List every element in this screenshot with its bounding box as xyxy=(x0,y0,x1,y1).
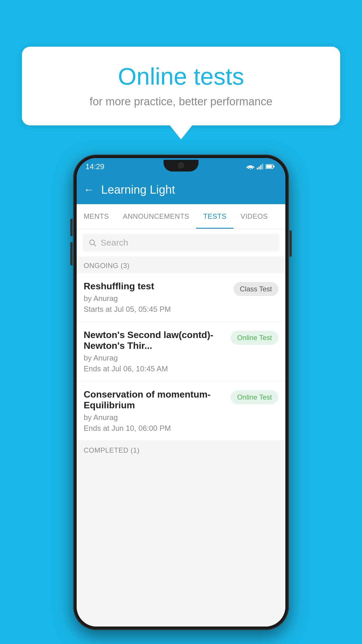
search-icon xyxy=(88,239,96,247)
test-info-3: Conservation of momentum-Equilibrium by … xyxy=(84,389,225,433)
test-card-2[interactable]: Newton's Second law(contd)-Newton's Thir… xyxy=(77,322,285,381)
test-author-2: by Anurag xyxy=(84,354,225,363)
tabs-bar: MENTS ANNOUNCEMENTS TESTS VIDEOS xyxy=(77,204,285,229)
svg-point-0 xyxy=(250,169,251,170)
test-author-3: by Anurag xyxy=(84,413,225,422)
test-time-2: Ends at Jul 06, 10:45 AM xyxy=(84,364,225,373)
test-badge-1: Class Test xyxy=(233,282,278,296)
test-card-1[interactable]: Reshuffling test by Anurag Starts at Jul… xyxy=(77,273,285,321)
phone-power xyxy=(289,230,292,257)
tab-tests[interactable]: TESTS xyxy=(196,204,233,229)
tab-announcements[interactable]: ANNOUNCEMENTS xyxy=(116,204,196,229)
svg-rect-7 xyxy=(273,166,275,167)
svg-line-9 xyxy=(94,244,96,246)
tab-videos[interactable]: VIDEOS xyxy=(233,204,275,229)
svg-rect-1 xyxy=(257,168,258,169)
test-badge-3: Online Test xyxy=(231,390,278,404)
test-time-1: Starts at Jul 05, 05:45 PM xyxy=(84,305,228,314)
phone-container: 14:29 xyxy=(73,155,289,630)
app-bar: ← Learning Light xyxy=(77,175,285,204)
test-badge-2: Online Test xyxy=(231,331,278,345)
phone-screen: 14:29 xyxy=(77,158,285,626)
svg-rect-4 xyxy=(262,164,263,169)
completed-section-header: COMPLETED (1) xyxy=(77,441,285,458)
test-name-2: Newton's Second law(contd)-Newton's Thir… xyxy=(84,330,225,351)
test-info-1: Reshuffling test by Anurag Starts at Jul… xyxy=(84,281,228,314)
ongoing-section-header: ONGOING (3) xyxy=(77,256,285,273)
tab-ments[interactable]: MENTS xyxy=(77,204,116,229)
back-button[interactable]: ← xyxy=(84,183,94,196)
svg-rect-6 xyxy=(266,165,272,168)
bubble-subtitle: for more practice, better performance xyxy=(39,95,323,108)
search-input-container[interactable]: Search xyxy=(82,234,280,252)
wifi-icon xyxy=(246,164,254,169)
search-bar: Search xyxy=(77,229,285,256)
battery-icon xyxy=(266,164,275,169)
test-author-1: by Anurag xyxy=(84,294,228,303)
status-time: 14:29 xyxy=(85,162,104,171)
speech-bubble: Online tests for more practice, better p… xyxy=(22,47,340,125)
signal-icon xyxy=(257,164,263,169)
content-area: Search ONGOING (3) Reshuffling test by A… xyxy=(77,229,285,626)
svg-rect-3 xyxy=(260,165,261,169)
svg-rect-2 xyxy=(259,167,260,169)
test-time-3: Ends at Jun 10, 06:00 PM xyxy=(84,424,225,433)
test-name-1: Reshuffling test xyxy=(84,281,228,292)
test-info-2: Newton's Second law(contd)-Newton's Thir… xyxy=(84,330,225,373)
status-icons xyxy=(246,164,275,169)
phone-vol-up xyxy=(70,219,73,236)
search-placeholder[interactable]: Search xyxy=(101,238,128,248)
app-title: Learning Light xyxy=(101,183,175,196)
bubble-title: Online tests xyxy=(39,63,323,90)
test-name-3: Conservation of momentum-Equilibrium xyxy=(84,389,225,411)
phone-frame: 14:29 xyxy=(73,155,289,630)
phone-vol-down xyxy=(70,242,73,265)
phone-notch xyxy=(164,160,198,172)
test-card-3[interactable]: Conservation of momentum-Equilibrium by … xyxy=(77,382,285,440)
phone-camera xyxy=(178,162,184,169)
